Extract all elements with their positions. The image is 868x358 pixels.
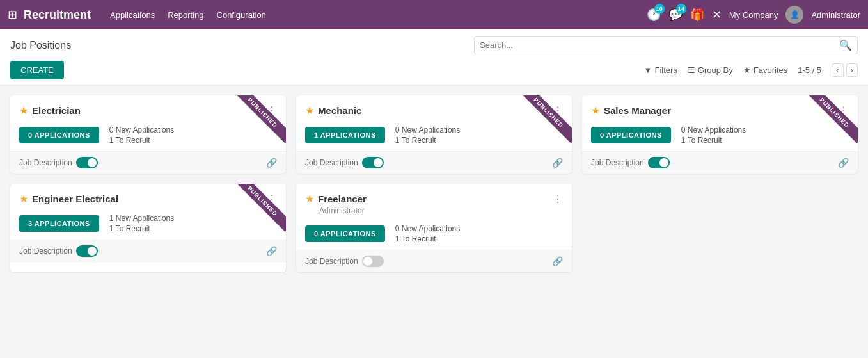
job-desc-toggle[interactable] [76, 157, 98, 168]
external-link-icon[interactable]: 🔗 [266, 158, 277, 168]
company-name[interactable]: My Company [729, 10, 778, 20]
app-stats: 0 New Applications 1 To Recruit [681, 126, 746, 145]
card-menu-icon[interactable]: ⋮ [553, 193, 563, 205]
card-footer: Job Description 🔗 [10, 151, 286, 174]
applications-button[interactable]: 0 APPLICATIONS [591, 127, 671, 143]
pagination-controls: ‹ › [832, 63, 858, 77]
job-desc-label: Job Description [19, 158, 72, 167]
card-actions: 0 APPLICATIONS 0 New Applications 1 To R… [305, 224, 563, 243]
card-menu-icon[interactable]: ⋮ [267, 104, 277, 117]
card-actions: 1 APPLICATIONS 0 New Applications 1 To R… [305, 126, 563, 145]
card-subtitle: Administrator [319, 206, 367, 215]
card-title-row: ★ Freelancer [305, 193, 367, 205]
applications-button[interactable]: 0 APPLICATIONS [305, 225, 385, 242]
external-link-icon[interactable]: 🔗 [552, 158, 563, 168]
card-body: ★ Mechanic ⋮ 1 APPLICATIONS 0 New Applic… [296, 95, 572, 151]
star-fav-icon: ★ [743, 65, 751, 75]
filters-button[interactable]: ▼ Filters [644, 65, 677, 75]
grid-icon[interactable]: ⊞ [8, 8, 17, 22]
nav-reporting[interactable]: Reporting [168, 10, 203, 20]
card-footer: Job Description 🔗 [582, 151, 858, 174]
applications-button[interactable]: 0 APPLICATIONS [19, 127, 99, 143]
job-desc-toggle[interactable] [648, 157, 670, 168]
create-button[interactable]: CREATE [10, 61, 64, 79]
pagination-info: 1-5 / 5 [798, 65, 821, 75]
job-desc-toggle[interactable] [362, 157, 384, 168]
top-navigation: ⊞ Recruitment Applications Reporting Con… [0, 0, 868, 29]
job-desc-toggle-wrap: Job Description [19, 245, 98, 257]
card-menu-icon[interactable]: ⋮ [267, 193, 277, 205]
card-menu-icon[interactable]: ⋮ [553, 104, 563, 117]
card-menu-icon[interactable]: ⋮ [839, 104, 849, 117]
card-footer: Job Description 🔗 [296, 151, 572, 174]
chat-notification[interactable]: 💬 14 [668, 8, 683, 22]
toolbar-right: ▼ Filters ☰ Group By ★ Favorites 1-5 / 5… [644, 63, 858, 77]
nav-applications[interactable]: Applications [110, 10, 155, 20]
card-title: Mechanic [318, 105, 361, 116]
card-header: ★ Freelancer Administrator ⋮ [305, 193, 563, 215]
job-desc-label: Job Description [591, 158, 644, 167]
new-apps: 0 New Applications [395, 126, 460, 134]
groupby-icon: ☰ [688, 65, 695, 75]
job-desc-toggle-wrap: Job Description [305, 157, 384, 168]
favorite-star-icon[interactable]: ★ [19, 104, 28, 117]
toolbar-row: CREATE ▼ Filters ☰ Group By ★ Favorites … [0, 57, 868, 85]
clock-notification[interactable]: 🕐 10 [647, 8, 661, 22]
favorite-star-icon[interactable]: ★ [305, 193, 314, 205]
toggle-slider [76, 157, 98, 168]
prev-page-button[interactable]: ‹ [832, 63, 843, 77]
card-header: ★ Engineer Electrical ⋮ [19, 193, 277, 205]
toggle-slider [76, 245, 98, 257]
external-link-icon[interactable]: 🔗 [266, 246, 277, 256]
next-page-button[interactable]: › [846, 63, 858, 77]
admin-name[interactable]: Administrator [811, 10, 860, 20]
favorite-star-icon[interactable]: ★ [305, 104, 314, 117]
applications-button[interactable]: 3 APPLICATIONS [19, 215, 99, 232]
to-recruit: 1 To Recruit [681, 136, 746, 145]
card-mechanic: PUBLISHED ★ Mechanic ⋮ 1 APPLICATIONS 0 … [296, 95, 572, 174]
app-stats: 0 New Applications 1 To Recruit [395, 224, 460, 243]
to-recruit: 1 To Recruit [109, 224, 174, 233]
breadcrumb-row: Job Positions 🔍 [0, 29, 868, 57]
page-title: Job Positions [10, 40, 461, 51]
search-input[interactable] [480, 40, 839, 50]
toggle-slider [648, 157, 670, 168]
applications-button[interactable]: 1 APPLICATIONS [305, 127, 385, 143]
job-desc-label: Job Description [305, 257, 358, 266]
card-title-row: ★ Electrician [19, 104, 81, 117]
card-title-row: ★ Engineer Electrical [19, 193, 118, 205]
job-desc-label: Job Description [19, 247, 72, 256]
clock-badge: 10 [654, 4, 665, 14]
job-desc-label: Job Description [305, 158, 358, 167]
header-area: Job Positions 🔍 CREATE ▼ Filters ☰ Group… [0, 29, 868, 85]
card-header: ★ Sales Manager ⋮ [591, 104, 849, 117]
favorite-star-icon[interactable]: ★ [591, 104, 600, 117]
card-header: ★ Mechanic ⋮ [305, 104, 563, 117]
external-link-icon[interactable]: 🔗 [552, 256, 563, 266]
card-title: Freelancer [318, 193, 367, 204]
job-desc-toggle-wrap: Job Description [305, 256, 384, 267]
app-stats: 0 New Applications 1 To Recruit [109, 126, 174, 145]
job-desc-toggle-wrap: Job Description [591, 157, 670, 168]
app-brand: Recruitment [24, 8, 91, 22]
job-desc-toggle-wrap: Job Description [19, 157, 98, 168]
job-desc-toggle[interactable] [362, 256, 384, 267]
nav-configuration[interactable]: Configuration [217, 10, 266, 20]
job-desc-toggle[interactable] [76, 245, 98, 257]
search-bar[interactable]: 🔍 [474, 36, 858, 54]
favorite-star-icon[interactable]: ★ [19, 193, 28, 205]
filter-icon: ▼ [644, 65, 652, 75]
to-recruit: 1 To Recruit [395, 234, 460, 243]
groupby-button[interactable]: ☰ Group By [688, 65, 733, 75]
chat-badge: 14 [676, 4, 686, 14]
close-icon[interactable]: ✕ [712, 8, 722, 22]
new-apps: 0 New Applications [395, 224, 460, 233]
gift-icon[interactable]: 🎁 [690, 8, 704, 22]
avatar[interactable]: 👤 [785, 6, 803, 24]
toggle-slider [362, 157, 384, 168]
search-icon[interactable]: 🔍 [839, 39, 852, 51]
external-link-icon[interactable]: 🔗 [838, 158, 849, 168]
favorites-button[interactable]: ★ Favorites [743, 65, 787, 75]
toggle-slider [362, 256, 384, 267]
card-title: Electrician [32, 105, 81, 116]
